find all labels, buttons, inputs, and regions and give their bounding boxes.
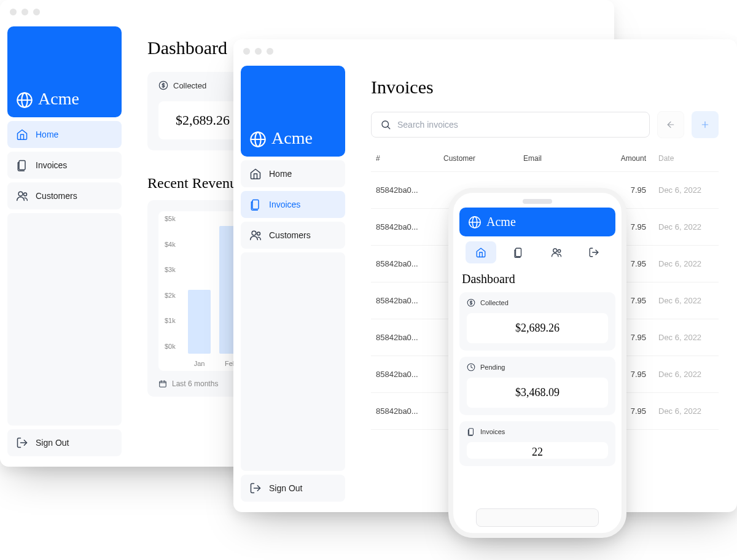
nav-signout-label: Sign Out [269, 483, 302, 493]
traffic-light-min[interactable] [255, 48, 262, 55]
users-icon [249, 229, 262, 241]
cell-date: Dec 6, 2022 [646, 222, 714, 231]
search-input[interactable]: Search invoices [371, 112, 650, 138]
svg-point-14 [558, 250, 561, 253]
cell-date: Dec 6, 2022 [646, 333, 714, 342]
col-id: # [376, 154, 443, 163]
sidebar-spacer [241, 252, 345, 471]
cell-id: 85842ba0... [376, 185, 443, 195]
cell-id: 85842ba0... [376, 259, 443, 268]
nav-home[interactable]: Home [7, 121, 122, 148]
currency-icon [467, 298, 475, 307]
invoices-count-value: 22 [467, 442, 608, 459]
y-tick: $4k [165, 241, 176, 248]
col-date: Date [646, 154, 714, 163]
svg-point-2 [18, 192, 23, 196]
nav-invoices-label: Invoices [269, 200, 300, 209]
brand-logo[interactable]: Acme [241, 66, 345, 157]
traffic-light-close[interactable] [243, 48, 250, 55]
traffic-light-max[interactable] [267, 48, 273, 55]
tab-customers[interactable] [541, 241, 572, 263]
svg-point-10 [382, 121, 389, 128]
nav-invoices[interactable]: Invoices [241, 191, 345, 218]
phone-home-indicator [476, 508, 599, 527]
y-tick: $3k [165, 266, 176, 273]
cell-id: 85842ba0... [376, 296, 443, 305]
pending-value: $3,468.09 [467, 378, 608, 408]
col-amount: Amount [591, 154, 646, 163]
stat-card-pending: Pending $3,468.09 [459, 357, 615, 415]
chart-footer-label: Last 6 months [172, 379, 218, 388]
globe-icon [249, 131, 267, 148]
svg-point-8 [252, 231, 256, 235]
cell-date: Dec 6, 2022 [646, 406, 714, 416]
col-email: Email [523, 154, 591, 163]
traffic-light-close[interactable] [10, 9, 17, 15]
brand-name: Acme [486, 215, 516, 229]
stat-card-invoices: Invoices 22 [459, 421, 615, 466]
cell-date: Dec 6, 2022 [646, 259, 714, 268]
col-customer: Customer [443, 154, 523, 163]
y-tick: $1k [165, 317, 176, 324]
documents-icon [467, 427, 475, 436]
invoices-count-label: Invoices [480, 428, 505, 435]
cell-id: 85842ba0... [376, 222, 443, 231]
cell-date: Dec 6, 2022 [646, 296, 714, 305]
globe-icon [16, 91, 33, 109]
traffic-light-min[interactable] [21, 9, 28, 15]
brand-name: Acme [271, 128, 313, 148]
nav-signout[interactable]: Sign Out [241, 475, 345, 502]
back-button[interactable] [657, 111, 684, 138]
home-icon [475, 247, 486, 258]
chart-bar [188, 290, 211, 354]
nav-signout[interactable]: Sign Out [7, 429, 122, 456]
nav-home-label: Home [36, 130, 58, 139]
brand-name: Acme [38, 89, 79, 109]
tab-invoices[interactable] [503, 241, 534, 263]
nav-signout-label: Sign Out [36, 438, 69, 448]
arrow-left-icon [666, 120, 676, 130]
brand-logo[interactable]: Acme [7, 26, 122, 117]
phone-notch [523, 199, 552, 204]
y-tick: $0k [165, 343, 176, 350]
table-header: # Customer Email Amount Date [371, 154, 719, 172]
svg-point-9 [257, 232, 260, 235]
search-icon [380, 119, 391, 130]
documents-icon [249, 198, 262, 211]
pending-label: Pending [480, 364, 505, 371]
y-tick: $5k [165, 215, 176, 222]
currency-icon [158, 80, 168, 90]
documents-icon [16, 159, 28, 171]
sidebar-spacer [7, 213, 122, 426]
documents-icon [513, 247, 524, 258]
tab-signout[interactable] [579, 241, 609, 263]
signout-icon [16, 437, 28, 449]
page-title: Dashboard [462, 272, 613, 286]
tab-home[interactable] [466, 241, 496, 263]
sidebar: Acme Home Invoices Customers Sign Out [233, 60, 353, 510]
nav-home[interactable]: Home [241, 160, 345, 187]
cell-id: 85842ba0... [376, 406, 443, 416]
nav-customers[interactable]: Customers [241, 222, 345, 249]
y-tick: $2k [165, 292, 176, 299]
cell-date: Dec 6, 2022 [646, 370, 714, 379]
nav-home-label: Home [269, 169, 292, 179]
users-icon [551, 247, 562, 258]
stat-card-collected: Collected $2,689.26 [459, 292, 615, 351]
nav-invoices[interactable]: Invoices [7, 152, 122, 179]
globe-icon [468, 216, 482, 229]
brand-logo[interactable]: Acme [459, 208, 615, 236]
svg-point-13 [553, 249, 557, 252]
sidebar: Acme Home Invoices Customers Sign Out [0, 20, 129, 465]
users-icon [16, 190, 28, 202]
nav-customers[interactable]: Customers [7, 182, 122, 209]
phone-mockup: Acme Dashboard Collected $2,689.26 [448, 188, 626, 538]
collected-value: $2,689.26 [467, 313, 608, 343]
plus-icon [700, 120, 710, 130]
home-icon [249, 168, 262, 180]
svg-point-3 [24, 193, 27, 196]
signout-icon [588, 247, 599, 258]
traffic-light-max[interactable] [33, 9, 40, 15]
add-invoice-button[interactable] [692, 111, 719, 138]
cell-date: Dec 6, 2022 [646, 185, 714, 195]
